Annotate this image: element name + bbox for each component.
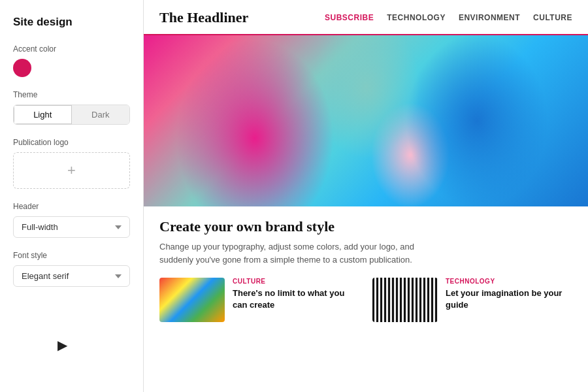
theme-light-button[interactable]: Light — [14, 105, 72, 124]
nav-environment[interactable]: Environment — [459, 13, 520, 22]
theme-dark-button[interactable]: Dark — [72, 105, 130, 124]
article-card-1: TECHNOLOGY Let your imagination be your … — [372, 278, 572, 322]
theme-toggle: Light Dark — [13, 105, 130, 125]
article-card-0: CULTURE There's no limit to what you can… — [159, 278, 359, 322]
nav-culture[interactable]: Culture — [533, 13, 572, 22]
sidebar: Site design Accent color Theme Light Dar… — [0, 0, 144, 392]
header-section: Header Full-width — [13, 202, 130, 238]
card-headline-0: There's no limit to what you can create — [233, 287, 359, 311]
site-preview: The Headliner Subscribe Technology Envir… — [144, 0, 588, 392]
logo-upload-area[interactable]: + — [13, 152, 130, 189]
accent-color-label: Accent color — [13, 44, 130, 54]
card-info-0: CULTURE There's no limit to what you can… — [233, 278, 359, 322]
article-cards: CULTURE There's no limit to what you can… — [159, 278, 572, 322]
theme-section: Theme Light Dark — [13, 90, 130, 125]
cursor-icon: ▶ — [57, 337, 67, 353]
card-category-1: TECHNOLOGY — [446, 278, 572, 285]
header-select[interactable]: Full-width — [13, 216, 130, 238]
logo-label: Publication logo — [13, 138, 130, 147]
nav-links: Subscribe Technology Environment Culture — [325, 13, 572, 22]
card-headline-1: Let your imagination be your guide — [446, 287, 572, 311]
header-label: Header — [13, 202, 130, 211]
accent-color-section: Accent color — [13, 44, 130, 77]
accent-color-picker[interactable] — [13, 59, 31, 77]
logo-section: Publication logo + — [13, 138, 130, 189]
main-headline: Create your own brand style — [159, 218, 572, 235]
preview-nav: The Headliner Subscribe Technology Envir… — [144, 0, 588, 35]
nav-technology[interactable]: Technology — [387, 13, 446, 22]
main-subtext: Change up your typography, adjust some c… — [159, 240, 440, 266]
theme-label: Theme — [13, 90, 130, 99]
font-section: Font style Elegant serif — [13, 251, 130, 287]
preview-content: Create your own brand style Change up yo… — [144, 206, 588, 392]
sidebar-title: Site design — [13, 16, 130, 29]
card-thumb-culture — [159, 278, 225, 322]
hero-image — [144, 35, 588, 206]
nav-subscribe[interactable]: Subscribe — [325, 13, 374, 22]
card-thumb-tech — [372, 278, 438, 322]
card-category-0: CULTURE — [233, 278, 359, 285]
site-title: The Headliner — [159, 9, 248, 26]
font-label: Font style — [13, 251, 130, 260]
font-select[interactable]: Elegant serif — [13, 265, 130, 287]
card-info-1: TECHNOLOGY Let your imagination be your … — [446, 278, 572, 322]
plus-icon: + — [67, 162, 76, 179]
